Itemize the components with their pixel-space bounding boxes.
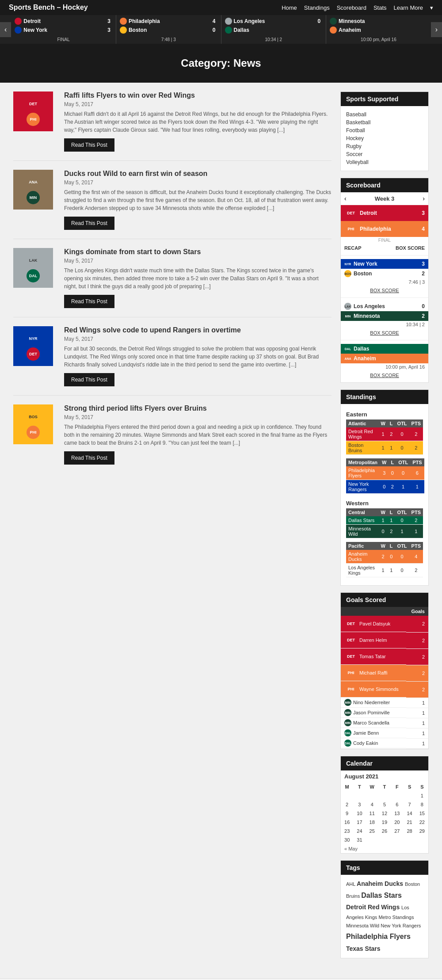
cal-header: August 2021 [341,770,428,782]
score-status-4: 10:00 pm, April 16 [326,36,431,44]
cal-week-4: 16171819202122 [341,818,428,827]
article-thumb-1: DET PHI [13,92,57,152]
read-more-1[interactable]: Read This Post [64,138,114,152]
sport-soccer[interactable]: Soccer [346,150,423,158]
sb-boxscore-btn-2[interactable]: BOX SCORE [370,288,399,293]
sb-recap-1[interactable]: RECAP [344,245,362,251]
sport-volleyball[interactable]: Volleyball [346,158,423,166]
logo-detroit2: DET [27,347,40,361]
article-date-3: May 5, 2017 [64,258,332,264]
sb-game-1: DET Detroit 3 PHI Philadelphia 4 FINAL R… [341,205,428,255]
scorebar-next[interactable]: › [431,22,442,37]
sport-hockey[interactable]: Hockey [346,134,423,142]
cal-week-2: 2345678 [341,800,428,809]
article-excerpt-3: The Los Angeles Kings didn't waste much … [64,267,332,290]
icon-philly [120,18,127,25]
icon-nied: MIN [344,699,351,706]
th-w: W [378,419,387,427]
tag-anaheim[interactable]: Anaheim Ducks [357,880,405,887]
tag-philly[interactable]: Philadelphia Flyers [346,933,411,940]
nav-stats[interactable]: Stats [373,4,387,11]
sb-team-ny: NYR New York 3 [341,259,428,269]
sport-basketball[interactable]: Basketball [346,118,423,126]
article-excerpt-2: Getting the first win of the season is d… [64,188,332,212]
nav-standings[interactable]: Standings [304,4,330,11]
scorebar-prev[interactable]: ‹ [0,22,11,37]
th-metro: Metropolitan [346,458,380,466]
th-central: Central [346,508,378,516]
standings-row-nyr: New York Rangers 0 2 1 1 [346,480,424,494]
sports-list: Baseball Basketball Football Hockey Rugb… [346,111,423,166]
read-more-4[interactable]: Read This Post [64,373,114,386]
article-body-5: Strong third period lifts Flyers over Br… [64,404,332,465]
tag-texas[interactable]: Texas Stars [346,945,381,952]
score-status-2: 7:48 | 3 [116,36,221,44]
sb-logo-anaheim: ANA [344,355,351,362]
tag-dallas[interactable]: Dallas Stars [361,892,402,899]
sport-baseball[interactable]: Baseball [346,111,423,118]
standings-row-dallas: Dallas Stars 1 1 0 2 [346,516,423,525]
standings-row-la: Los Angeles Kings 1 1 0 2 [346,564,423,577]
cal-prev-link[interactable]: « May [344,846,358,851]
nav-home[interactable]: Home [282,4,297,11]
sb-time-3: 10:34 | 2 [341,321,428,328]
sb-next-week[interactable]: › [423,195,425,202]
scorebar: ‹ Detroit 3 New York [0,15,442,44]
sb-logo-philly: PHI [344,222,358,236]
goals-row-simmonds: PHIWayne Simmonds 2 [341,681,428,698]
icon-datsyuk: DET [344,617,358,630]
sb-boxscore-btn-3[interactable]: BOX SCORE [370,330,399,336]
nav-links: Home Standings Scoreboard Stats Learn Mo… [282,4,433,11]
sb-final-1: FINAL [341,237,428,244]
sb-boxscore-1[interactable]: BOX SCORE [396,245,425,251]
week-label: Week 3 [375,195,395,202]
th-pts: PTS [409,419,423,427]
sb-logo-mn: MIN [344,313,351,320]
standings-eastern: Eastern [346,408,423,419]
sport-football[interactable]: Football [346,126,423,134]
sb-prev-week[interactable]: ‹ [344,195,347,202]
article-title-2: Ducks rout Wild to earn first win of sea… [64,170,332,178]
tag-ahl[interactable]: AHL [346,881,357,887]
icon-ny [15,27,22,34]
icon-eakin: DAL [344,740,351,747]
article-title-5: Strong third period lifts Flyers over Br… [64,404,332,412]
tag-mn[interactable]: Minnesota Wild [346,923,381,928]
thumb-nyr: NYR DET [13,326,53,366]
score-row-anaheim: Anaheim [330,26,427,34]
standings-western: Western [346,497,423,508]
tag-detroit[interactable]: Detroit Red Wings [346,904,401,911]
logo-dallas2: DAL [27,269,40,282]
widget-scoreboard: Scoreboard ‹ Week 3 › DET Detroit 3 PHI [340,178,429,383]
nav-scoreboard[interactable]: Scoreboard [337,4,366,11]
score-card-2: Philadelphia 4 Boston 0 7:48 | 3 [116,15,221,44]
article-date-5: May 5, 2017 [64,414,332,420]
read-more-2[interactable]: Read This Post [64,217,114,230]
logo-philly2: PHI [27,426,40,439]
sport-rugby[interactable]: Rugby [346,142,423,150]
tag-nyr[interactable]: New York Rangers [381,923,421,928]
copyright-bar: COPYRIGHT 2017 • JACOB MARTELLA [0,978,442,980]
sb-team-anaheim: ANA Anaheim [341,354,428,363]
logo-bos2: BOS [27,410,40,423]
sb-time-4: 10:00 pm, April 16 [341,363,428,370]
site-title: Sports Bench – Hockey [9,4,88,11]
sb-boxscore-btn-4[interactable]: BOX SCORE [370,373,399,378]
widget-standings: Standings Eastern Atlantic W L OTL PTS [340,389,429,586]
goals-row-tatar: DETTomas Tatar 2 [341,648,428,665]
article-excerpt-1: Michael Raffi didn't do it all April 16 … [64,110,332,134]
standings-body: Eastern Atlantic W L OTL PTS [341,404,428,585]
tag-metro[interactable]: Metro Standings [378,915,414,920]
nav-learn-more[interactable]: Learn More [394,4,423,11]
goals-row-eakin: DALCody Eakin 1 [341,738,428,748]
sb-game-4: DAL Dallas ANA Anaheim 10:00 pm, April 1… [341,344,428,382]
cal-th-f: F [391,782,403,791]
goals-row-niederreiter: MINNino Niederreiter 1 [341,698,428,708]
cal-th-s: S [403,782,415,791]
article-3: LAK DAL Kings dominate from start to dow… [13,248,332,317]
read-more-3[interactable]: Read This Post [64,295,114,308]
read-more-5[interactable]: Read This Post [64,451,114,465]
icon-simmonds: PHI [344,683,358,696]
article-body-2: Ducks rout Wild to earn first win of sea… [64,170,332,230]
sb-boxscore-wrap-4: BOX SCORE [341,370,428,380]
